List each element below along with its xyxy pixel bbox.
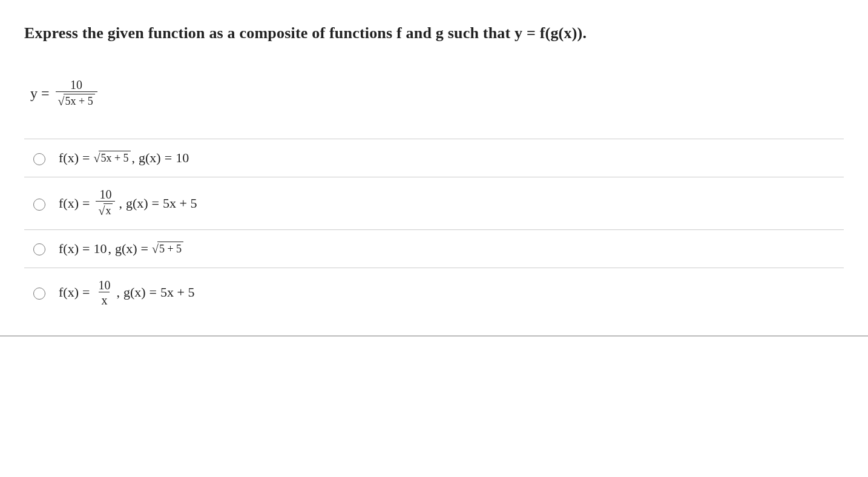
option-d-denominator: x: [99, 292, 110, 306]
option-b-numerator: 10: [97, 188, 114, 201]
question-prompt: Express the given function as a composit…: [24, 24, 844, 42]
option-d-fraction: 10 x: [96, 279, 113, 306]
option-b-math: f(x) = 10 √ x , g(x) = 5x + 5: [59, 188, 197, 218]
comma: ,: [119, 196, 122, 211]
gx-label: g(x): [115, 241, 137, 257]
equals-sign: =: [150, 285, 157, 300]
comma: ,: [108, 241, 111, 257]
radical-symbol: √: [152, 243, 159, 257]
given-radicand: 5x + 5: [64, 94, 95, 108]
given-lhs: y: [30, 85, 38, 102]
option-d-g: 5x + 5: [160, 285, 194, 300]
equals-sign: =: [82, 241, 90, 257]
option-a[interactable]: f(x) = √ 5x + 5 , g(x) = 10: [24, 139, 844, 177]
gx-label: g(x): [126, 196, 148, 211]
given-function: y = 10 √ 5x + 5: [24, 79, 844, 108]
option-b-fraction: 10 √ x: [96, 188, 115, 218]
radical-symbol: √: [93, 152, 100, 166]
comma: ,: [132, 150, 136, 166]
equals-sign: =: [41, 85, 50, 102]
gx-label: g(x): [139, 150, 161, 166]
radio-option-d[interactable]: [33, 288, 45, 300]
sqrt-icon: √ 5x + 5: [58, 94, 95, 108]
option-a-math: f(x) = √ 5x + 5 , g(x) = 10: [59, 150, 189, 166]
sqrt-icon: √ 5 + 5: [152, 242, 183, 256]
radio-option-b[interactable]: [33, 199, 45, 211]
option-b-g: 5x + 5: [163, 196, 197, 211]
radical-symbol: √: [58, 95, 65, 110]
given-fraction: 10 √ 5x + 5: [56, 79, 97, 108]
option-d[interactable]: f(x) = 10 x , g(x) = 5x + 5: [24, 268, 844, 317]
option-c-f: 10: [93, 241, 107, 257]
option-a-f-radicand: 5x + 5: [99, 151, 130, 165]
option-b[interactable]: f(x) = 10 √ x , g(x) = 5x + 5: [24, 177, 844, 229]
equals-sign: =: [82, 196, 90, 211]
radio-option-a[interactable]: [33, 153, 45, 165]
fx-label: f(x): [59, 285, 79, 300]
radio-option-c[interactable]: [33, 243, 45, 255]
option-c-math: f(x) = 10 , g(x) = √ 5 + 5: [59, 241, 183, 257]
question-container: Express the given function as a composit…: [0, 0, 868, 337]
equals-sign: =: [152, 196, 159, 211]
radical-symbol: √: [98, 205, 105, 219]
equals-sign: =: [141, 241, 148, 257]
fx-label: f(x): [59, 150, 79, 166]
option-d-numerator: 10: [96, 279, 113, 292]
sqrt-icon: √ 5x + 5: [93, 151, 130, 165]
fx-label: f(x): [59, 196, 79, 211]
options-list: f(x) = √ 5x + 5 , g(x) = 10 f(x) = 10: [24, 139, 844, 317]
sqrt-icon: √ x: [98, 203, 113, 218]
comma: ,: [116, 285, 120, 300]
option-d-math: f(x) = 10 x , g(x) = 5x + 5: [59, 279, 194, 306]
option-a-g: 10: [176, 150, 189, 166]
equals-sign: =: [165, 150, 172, 166]
given-numerator: 10: [68, 79, 85, 91]
equals-sign: =: [82, 150, 90, 166]
option-c[interactable]: f(x) = 10 , g(x) = √ 5 + 5: [24, 230, 844, 268]
fx-label: f(x): [59, 241, 79, 257]
equals-sign: =: [82, 285, 90, 300]
option-c-g-radicand: 5 + 5: [157, 242, 183, 256]
gx-label: g(x): [123, 285, 146, 300]
option-b-den-radicand: x: [104, 203, 113, 218]
